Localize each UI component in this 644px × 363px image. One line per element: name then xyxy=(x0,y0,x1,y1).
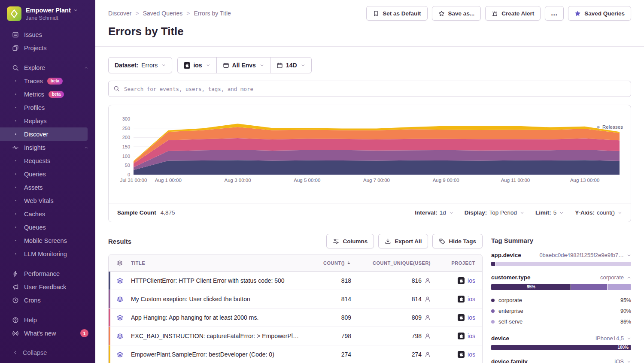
row-project-link[interactable]: ios xyxy=(431,296,482,302)
projects-icon xyxy=(12,45,19,51)
y-axis-tick: 100 xyxy=(112,154,130,159)
tag-section-header[interactable]: app.device0baebc0de4982f1255f2e9e9fb7… xyxy=(491,252,631,258)
breadcrumb-item-saved-queries[interactable]: Saved Queries xyxy=(143,10,183,17)
bullet-icon xyxy=(12,200,19,201)
column-header-title[interactable]: TITLE xyxy=(131,260,300,266)
column-header-project[interactable]: PROJECT xyxy=(431,260,482,266)
sidebar-item-assets[interactable]: Assets xyxy=(0,181,95,194)
bullet-icon xyxy=(12,120,19,121)
sidebar-item-web-vitals[interactable]: Web Vitals xyxy=(0,194,95,207)
hide-tags-button[interactable]: Hide Tags xyxy=(432,234,483,248)
breadcrumb: Discover>Saved Queries>Errors by Title xyxy=(108,10,231,17)
chevron-down-icon xyxy=(520,211,524,215)
sidebar-item-issues[interactable]: Issues xyxy=(0,28,95,41)
interval-selector[interactable]: Interval: 1d xyxy=(415,209,453,216)
star-filled-icon xyxy=(574,10,581,17)
table-row[interactable]: EXC_BAD_INSTRUCTION: captureFatalError: … xyxy=(109,327,482,345)
stack-icon xyxy=(117,260,123,266)
set-as-default-button[interactable]: Set as Default xyxy=(366,6,427,21)
save-as-button[interactable]: Save as... xyxy=(432,6,481,21)
sidebar-item-performance[interactable]: Performance xyxy=(0,267,95,280)
ios-project-icon xyxy=(458,296,465,302)
row-project-link[interactable]: ios xyxy=(431,333,482,339)
sidebar-item-caches[interactable]: Caches xyxy=(0,207,95,221)
sidebar-item-profiles[interactable]: Profiles xyxy=(0,101,95,114)
row-title: EXC_BAD_INSTRUCTION: captureFatalError: … xyxy=(131,333,300,339)
ios-project-icon xyxy=(458,333,465,339)
sidebar-item-insights[interactable]: Insights xyxy=(0,141,95,154)
tag-bar-segment xyxy=(491,345,631,350)
row-count-unique: 798 xyxy=(351,333,431,339)
chevron-down-icon xyxy=(627,253,631,257)
create-alert-button[interactable]: Create Alert xyxy=(485,6,541,21)
stacked-area-chart[interactable]: Releases 050100150200250300 Jul 31 00:00… xyxy=(109,119,631,203)
column-header-count-unique[interactable]: COUNT_UNIQUE(USER) xyxy=(351,260,431,266)
table-row[interactable]: HTTPClientError: HTTP Client Error with … xyxy=(109,272,482,290)
sidebar-collapse-button[interactable]: Collapse xyxy=(0,342,95,363)
sidebar-item-llm-monitoring[interactable]: LLM Monitoring xyxy=(0,247,95,260)
x-axis-tick: Aug 3 00:00 xyxy=(225,178,251,183)
tag-section-header[interactable]: device.familyiOS xyxy=(491,358,631,363)
tag-legend-item-enterprise[interactable]: enterprise90% xyxy=(491,306,631,316)
sidebar-item-requests[interactable]: Requests xyxy=(0,154,95,167)
table-row[interactable]: EmpowerPlant.SampleError: bestDeveloper … xyxy=(109,345,482,363)
row-project-link[interactable]: ios xyxy=(431,351,482,358)
y-axis-tick: 250 xyxy=(112,126,130,131)
limit-selector[interactable]: Limit: 5 xyxy=(535,209,564,216)
sidebar-item-replays[interactable]: Replays xyxy=(0,114,95,127)
tag-legend-item-corporate[interactable]: corporate95% xyxy=(491,295,631,306)
row-project-link[interactable]: ios xyxy=(431,277,482,284)
table-row[interactable]: My Custom exeption: User clicked the but… xyxy=(109,290,482,309)
sidebar-item-projects[interactable]: Projects xyxy=(0,41,95,54)
tag-section-header[interactable]: deviceiPhone14,5 xyxy=(491,335,631,342)
tag-distribution-bar[interactable]: 100% xyxy=(491,345,631,350)
tag-section-header[interactable]: customer.typecorporate xyxy=(491,274,631,281)
sidebar-item-user-feedback[interactable]: User Feedback xyxy=(0,280,95,293)
environment-selector[interactable]: All Envs xyxy=(216,57,270,73)
sidebar-item-what-s-new[interactable]: What's new1 xyxy=(0,327,95,340)
sidebar-item-label: Metrics xyxy=(24,91,44,98)
date-range-selector[interactable]: 14D xyxy=(270,57,312,73)
breadcrumb-item-errors-by-title[interactable]: Errors by Title xyxy=(194,10,231,17)
sidebar-item-metrics[interactable]: Metricsbeta xyxy=(0,88,95,101)
y-axis-tick: 200 xyxy=(112,135,130,140)
tag-distribution-bar[interactable] xyxy=(491,262,631,266)
sidebar-item-queries[interactable]: Queries xyxy=(0,167,95,181)
stack-icon xyxy=(117,333,123,339)
display-selector[interactable]: Display: Top Period xyxy=(465,209,524,216)
sidebar: Empower Plant Jane Schmidt IssuesProject… xyxy=(0,0,95,363)
more-options-button[interactable]: … xyxy=(545,6,564,21)
tag-distribution-bar[interactable]: 95% xyxy=(491,284,631,290)
chevron-up-icon xyxy=(84,66,88,70)
sidebar-item-mobile-screens[interactable]: Mobile Screens xyxy=(0,234,95,247)
stacked-area-chart-svg[interactable] xyxy=(134,119,620,175)
sidebar-item-help[interactable]: Help xyxy=(0,313,95,327)
sidebar-item-queues[interactable]: Queues xyxy=(0,221,95,234)
y-axis-selector[interactable]: Y-Axis: count() xyxy=(575,209,622,216)
sidebar-item-traces[interactable]: Tracesbeta xyxy=(0,74,95,88)
breadcrumb-item-discover[interactable]: Discover xyxy=(108,10,131,17)
search-input[interactable] xyxy=(108,81,631,97)
saved-queries-button[interactable]: Saved Queries xyxy=(568,6,631,21)
sidebar-item-crons[interactable]: Crons xyxy=(0,293,95,307)
tag-legend-item-self-serve[interactable]: self-serve86% xyxy=(491,316,631,327)
environment-value: All Envs xyxy=(232,62,256,69)
dataset-selector[interactable]: Dataset: Errors xyxy=(108,57,172,73)
x-axis-tick: Aug 5 00:00 xyxy=(294,178,320,183)
export-all-button[interactable]: Export All xyxy=(378,234,428,248)
project-selector[interactable]: ios xyxy=(177,57,216,73)
person-icon xyxy=(425,315,431,321)
sidebar-item-label: Queues xyxy=(24,224,46,231)
columns-button[interactable]: Columns xyxy=(326,234,374,248)
column-header-count[interactable]: COUNT() xyxy=(300,260,351,266)
sidebar-item-explore[interactable]: Explore xyxy=(0,61,95,74)
table-row[interactable]: App Hanging: App hanging for at least 20… xyxy=(109,309,482,327)
legend-dot-icon xyxy=(491,320,495,324)
bullet-icon xyxy=(12,187,19,188)
org-switcher[interactable]: Empower Plant Jane Schmidt xyxy=(0,0,95,26)
sidebar-item-discover[interactable]: Discover xyxy=(0,127,88,141)
tag-top-value: 0baebc0de4982f1255f2e9e9fb7… xyxy=(539,252,624,258)
row-project-link[interactable]: ios xyxy=(431,314,482,321)
chevron-down-icon xyxy=(161,63,166,67)
page-filter-group: ios All Envs 14D xyxy=(177,57,311,73)
